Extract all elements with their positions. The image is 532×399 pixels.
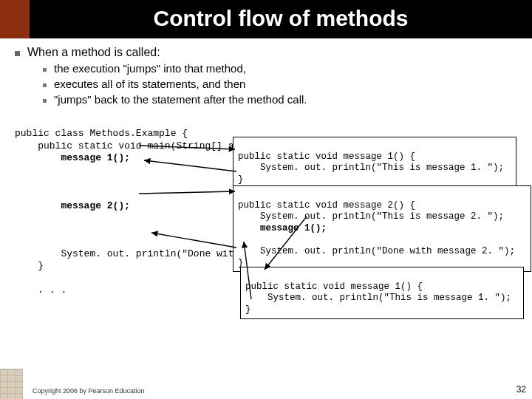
code-line: public static void main(String[] args) {	[15, 140, 268, 151]
box-line: System. out. println("This is message 2.…	[238, 211, 504, 222]
box-line: public static void message 1() {	[245, 282, 423, 292]
code-example: public class Methods.Example { public st…	[15, 116, 517, 352]
code-line: . . .	[15, 284, 66, 296]
box-line: public static void message 1() {	[238, 151, 415, 162]
bullet-square-icon	[43, 83, 47, 87]
slide-body: When a method is called: the execution "…	[0, 38, 532, 352]
sub-bullet: executes all of its statements, and then	[43, 78, 517, 90]
svg-line-1	[144, 160, 236, 171]
sub-text: "jumps" back to the statement after the …	[54, 93, 307, 106]
lead-bullet: When a method is called:	[15, 46, 517, 59]
slide-title: Control flow of methods	[0, 0, 532, 38]
svg-line-2	[139, 191, 235, 194]
brick-decoration	[0, 369, 23, 399]
code-line: public class Methods.Example {	[15, 128, 188, 139]
code-call-1: message 1();	[15, 152, 130, 163]
bullet-square-icon	[43, 68, 47, 72]
copyright-footer: Copyright 2006 by Pearson Education	[33, 387, 145, 395]
box-line: }	[238, 174, 244, 185]
box-line: System. out. println("Done with message …	[238, 246, 515, 256]
svg-line-5	[151, 233, 236, 248]
box-line: public static void message 2() {	[238, 200, 415, 211]
bullet-square-icon	[15, 51, 20, 56]
code-box-message2: public static void message 2() { System.…	[233, 185, 531, 272]
code-box-message1: public static void message 1() { System.…	[233, 137, 516, 189]
code-box-message1-nested: public static void message 1() { System.…	[240, 267, 524, 319]
bullet-square-icon	[43, 99, 47, 103]
code-call-2: message 2();	[15, 200, 130, 211]
sub-text: executes all of its statements, and then	[54, 78, 245, 90]
code-line: }	[15, 260, 44, 271]
box-line: }	[245, 304, 251, 315]
box-line: message 1();	[238, 223, 327, 233]
sub-bullet: the execution "jumps" into that method,	[43, 62, 517, 75]
lead-text: When a method is called:	[27, 46, 160, 59]
sub-bullet: "jumps" back to the statement after the …	[43, 93, 517, 106]
page-number: 32	[516, 384, 526, 395]
sub-text: the execution "jumps" into that method,	[54, 62, 246, 75]
box-line: System. out. println("This is message 1.…	[245, 293, 511, 303]
box-line: System. out. println("This is message 1.…	[238, 163, 504, 173]
